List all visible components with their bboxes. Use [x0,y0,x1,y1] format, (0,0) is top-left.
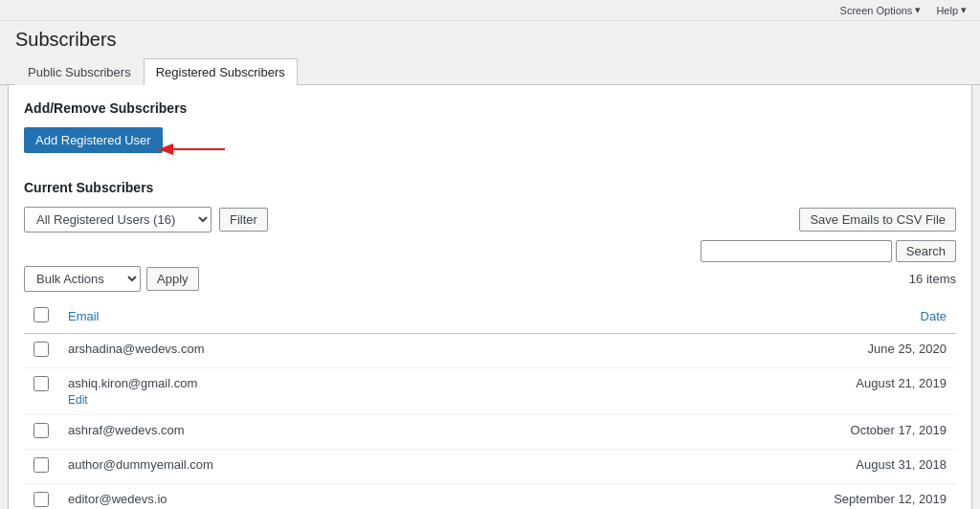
help-chevron-icon: ▾ [961,4,967,16]
search-row: Search [24,240,956,262]
edit-action-link[interactable]: Edit [68,393,88,407]
row-email-link[interactable]: editor@wedevs.io [68,492,167,506]
row-email-link[interactable]: arshadina@wedevs.com [68,342,205,356]
select-all-header [24,299,58,334]
add-remove-section: Add/Remove Subscribers Add Registered Us… [24,100,956,172]
screen-options-chevron-icon: ▾ [915,4,921,16]
row-email-cell: ashiq.kiron@gmail.com Edit [58,368,557,415]
add-remove-title: Add/Remove Subscribers [24,100,956,116]
red-arrow-annotation [148,135,234,164]
row-date-cell: August 21, 2019 [557,368,956,415]
table-row: ashraf@wedevs.com October 17, 2019 [24,415,956,450]
screen-options-button[interactable]: Screen Options ▾ [835,2,927,18]
table-row: ashiq.kiron@gmail.com Edit August 21, 20… [24,368,956,415]
filter-left: All Registered Users (16) Filter [24,207,268,232]
page-header: Subscribers [0,21,980,51]
row-checkbox-cell [24,484,58,510]
row-email-cell: arshadina@wedevs.com [58,334,557,368]
row-email-link[interactable]: ashraf@wedevs.com [68,423,185,437]
row-date-cell: August 31, 2018 [557,450,956,484]
row-checkbox[interactable] [33,457,49,473]
row-date-cell: October 17, 2019 [557,415,956,450]
table-header-row: Email Date [24,299,956,334]
row-email-cell: editor@wedevs.io [58,484,557,510]
row-checkbox[interactable] [33,342,49,357]
screen-options-label: Screen Options [840,5,913,16]
current-subscribers-section: Current Subscribers All Registered Users… [24,180,956,509]
row-email-link[interactable]: author@dummyemail.com [68,457,213,472]
filter-button[interactable]: Filter [219,208,268,232]
date-column-header[interactable]: Date [557,299,956,334]
help-button[interactable]: Help ▾ [930,2,972,18]
row-actions: Edit [68,392,547,407]
table-row: arshadina@wedevs.com June 25, 2020 [24,334,956,368]
table-row: author@dummyemail.com August 31, 2018 [24,450,956,484]
row-date-cell: September 12, 2019 [557,484,956,510]
add-button-container: Add Registered User [24,127,163,153]
search-input[interactable] [701,240,892,262]
table-body: arshadina@wedevs.com June 25, 2020 ashiq… [24,334,956,510]
filter-select[interactable]: All Registered Users (16) [24,207,212,232]
row-email-link[interactable]: ashiq.kiron@gmail.com [68,376,197,390]
help-label: Help [936,5,958,16]
save-csv-button[interactable]: Save Emails to CSV File [799,208,956,232]
row-email-cell: ashraf@wedevs.com [58,415,557,450]
row-checkbox-cell [24,334,58,368]
tabs-container: Public Subscribers Registered Subscriber… [0,58,980,85]
bulk-actions-row: Bulk Actions Apply 16 items [24,266,956,292]
row-checkbox-cell [24,415,58,450]
add-registered-user-button[interactable]: Add Registered User [24,127,163,153]
tab-public-subscribers[interactable]: Public Subscribers [15,58,144,85]
filter-row: All Registered Users (16) Filter Save Em… [24,207,956,232]
row-checkbox[interactable] [33,492,49,507]
row-checkbox[interactable] [33,376,49,391]
row-checkbox-cell [24,450,58,484]
row-date-cell: June 25, 2020 [557,334,956,368]
content-panel: Add/Remove Subscribers Add Registered Us… [8,85,972,509]
select-all-checkbox[interactable] [33,307,49,322]
top-bar: Screen Options ▾ Help ▾ [0,0,980,21]
tab-registered-subscribers[interactable]: Registered Subscribers [144,58,298,85]
bulk-left: Bulk Actions Apply [24,266,199,292]
bulk-actions-select[interactable]: Bulk Actions [24,266,141,292]
row-checkbox[interactable] [33,423,49,438]
row-email-cell: author@dummyemail.com [58,450,557,484]
items-count: 16 items [909,272,956,286]
subscribers-table: Email Date arshadina@wedevs.com Jun [24,299,956,509]
apply-button[interactable]: Apply [146,267,199,291]
email-column-header[interactable]: Email [58,299,557,334]
search-button[interactable]: Search [896,240,956,262]
current-subscribers-title: Current Subscribers [24,180,956,195]
row-checkbox-cell [24,368,58,415]
table-row: editor@wedevs.io September 12, 2019 [24,484,956,510]
page-title: Subscribers [15,29,965,51]
